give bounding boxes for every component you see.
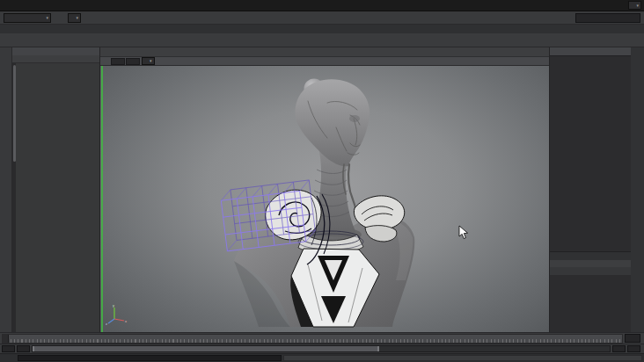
time-ticks: [3, 339, 622, 343]
outliner-scrollbar[interactable]: [12, 63, 16, 332]
layer-editor-tabs: [550, 252, 631, 260]
help-line: [283, 355, 642, 361]
current-frame-marker[interactable]: [3, 335, 9, 343]
right-sidebar: [631, 47, 644, 332]
outliner-scroll-thumb[interactable]: [13, 65, 16, 162]
playback-start-field[interactable]: [17, 345, 30, 352]
shoulder-plate-1: [354, 196, 404, 230]
channel-box-body[interactable]: [550, 55, 631, 251]
command-line-row: [0, 353, 644, 362]
layer-editor-toolbar: [550, 267, 631, 275]
outliner-panel: [12, 47, 100, 332]
command-line-input[interactable]: [18, 355, 282, 361]
toolbox: [0, 47, 12, 332]
channel-box-menus: [550, 47, 631, 55]
workspace-switcher: [626, 1, 641, 10]
range-slider-row: [0, 344, 644, 353]
range-slider[interactable]: [32, 345, 611, 352]
svg-text:z: z: [106, 322, 107, 325]
layer-editor-menus: [550, 260, 631, 267]
view-axis-gizmo: y x z: [106, 302, 128, 325]
animation-end-field[interactable]: [627, 345, 640, 352]
outliner-title: [12, 47, 99, 55]
time-slider[interactable]: [2, 334, 623, 344]
time-slider-row: [0, 332, 644, 344]
svg-text:y: y: [113, 303, 114, 308]
channel-box-panel: [549, 47, 631, 332]
gamma-field[interactable]: [126, 58, 140, 65]
status-line: [0, 11, 644, 25]
layer-list[interactable]: [550, 275, 631, 332]
symmetry-select[interactable]: [68, 13, 81, 23]
panel-toolbar: [100, 56, 549, 66]
mouse-cursor: [458, 225, 469, 241]
viewport-canvas[interactable]: y x z: [100, 66, 549, 332]
range-slider-handle[interactable]: [33, 346, 379, 351]
scene-render: [100, 66, 549, 332]
maya-window: y x z: [0, 0, 644, 362]
playback-end-field[interactable]: [612, 345, 626, 352]
shelf: [0, 33, 644, 47]
main-menubar: [0, 0, 644, 11]
eye-socket-shadow: [349, 115, 360, 122]
current-time-field[interactable]: [625, 334, 640, 343]
selection-name-field[interactable]: [575, 13, 640, 23]
svg-text:x: x: [125, 319, 127, 323]
layer-editor: [550, 251, 631, 332]
view-transform-select[interactable]: [142, 57, 155, 65]
exposure-field[interactable]: [111, 58, 125, 65]
shelf-tabs: [0, 25, 644, 33]
outliner-menus: [12, 55, 99, 63]
menu-set-select[interactable]: [4, 13, 51, 23]
panel-menubar: [100, 47, 549, 56]
outliner-list: [12, 63, 99, 332]
perspective-viewport: y x z: [100, 47, 549, 332]
workspace-select[interactable]: [628, 1, 641, 10]
animation-start-field[interactable]: [2, 345, 15, 352]
